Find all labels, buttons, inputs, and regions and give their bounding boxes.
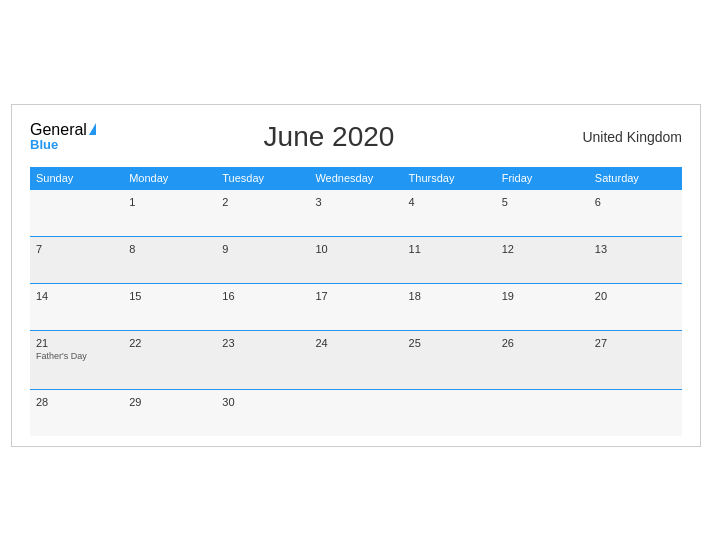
cell-date: 28 bbox=[36, 396, 48, 408]
calendar-cell: 26 bbox=[496, 330, 589, 389]
day-header-monday: Monday bbox=[123, 167, 216, 190]
calendar-body: 123456789101112131415161718192021Father'… bbox=[30, 189, 682, 436]
cell-holiday: Father's Day bbox=[36, 351, 117, 361]
cell-date: 11 bbox=[409, 243, 421, 255]
cell-date: 27 bbox=[595, 337, 607, 349]
calendar-cell: 14 bbox=[30, 283, 123, 330]
cell-date: 23 bbox=[222, 337, 234, 349]
cell-date: 26 bbox=[502, 337, 514, 349]
calendar-container: General Blue June 2020 United Kingdom Su… bbox=[11, 104, 701, 447]
cell-date: 21 bbox=[36, 337, 48, 349]
day-header-thursday: Thursday bbox=[403, 167, 496, 190]
cell-date: 1 bbox=[129, 196, 135, 208]
cell-date: 4 bbox=[409, 196, 415, 208]
calendar-cell: 29 bbox=[123, 389, 216, 436]
calendar-cell: 27 bbox=[589, 330, 682, 389]
calendar-week-row: 282930 bbox=[30, 389, 682, 436]
cell-date: 19 bbox=[502, 290, 514, 302]
cell-date: 8 bbox=[129, 243, 135, 255]
cell-date: 15 bbox=[129, 290, 141, 302]
cell-date: 10 bbox=[315, 243, 327, 255]
calendar-cell bbox=[496, 389, 589, 436]
calendar-week-row: 78910111213 bbox=[30, 236, 682, 283]
calendar-cell: 5 bbox=[496, 189, 589, 236]
cell-date: 18 bbox=[409, 290, 421, 302]
calendar-cell bbox=[30, 189, 123, 236]
days-header-row: Sunday Monday Tuesday Wednesday Thursday… bbox=[30, 167, 682, 190]
cell-date: 14 bbox=[36, 290, 48, 302]
calendar-cell: 6 bbox=[589, 189, 682, 236]
cell-date: 3 bbox=[315, 196, 321, 208]
day-header-friday: Friday bbox=[496, 167, 589, 190]
calendar-cell: 10 bbox=[309, 236, 402, 283]
calendar-cell: 18 bbox=[403, 283, 496, 330]
calendar-cell: 4 bbox=[403, 189, 496, 236]
calendar-cell: 16 bbox=[216, 283, 309, 330]
cell-date: 22 bbox=[129, 337, 141, 349]
cell-date: 7 bbox=[36, 243, 42, 255]
calendar-cell: 19 bbox=[496, 283, 589, 330]
calendar-cell: 28 bbox=[30, 389, 123, 436]
calendar-cell: 11 bbox=[403, 236, 496, 283]
calendar-cell: 21Father's Day bbox=[30, 330, 123, 389]
calendar-title: June 2020 bbox=[96, 121, 562, 153]
day-header-tuesday: Tuesday bbox=[216, 167, 309, 190]
calendar-cell bbox=[309, 389, 402, 436]
calendar-cell: 25 bbox=[403, 330, 496, 389]
logo-general: General bbox=[30, 122, 96, 138]
calendar-cell: 23 bbox=[216, 330, 309, 389]
cell-date: 13 bbox=[595, 243, 607, 255]
calendar-cell: 1 bbox=[123, 189, 216, 236]
cell-date: 16 bbox=[222, 290, 234, 302]
logo: General Blue bbox=[30, 122, 96, 151]
calendar-cell: 7 bbox=[30, 236, 123, 283]
cell-date: 17 bbox=[315, 290, 327, 302]
day-header-saturday: Saturday bbox=[589, 167, 682, 190]
calendar-cell: 22 bbox=[123, 330, 216, 389]
calendar-thead: Sunday Monday Tuesday Wednesday Thursday… bbox=[30, 167, 682, 190]
calendar-cell: 30 bbox=[216, 389, 309, 436]
calendar-cell bbox=[403, 389, 496, 436]
calendar-cell: 3 bbox=[309, 189, 402, 236]
calendar-cell: 24 bbox=[309, 330, 402, 389]
calendar-table: Sunday Monday Tuesday Wednesday Thursday… bbox=[30, 167, 682, 436]
calendar-week-row: 123456 bbox=[30, 189, 682, 236]
cell-date: 12 bbox=[502, 243, 514, 255]
calendar-cell: 15 bbox=[123, 283, 216, 330]
calendar-cell bbox=[589, 389, 682, 436]
logo-blue-text: Blue bbox=[30, 138, 96, 151]
cell-date: 25 bbox=[409, 337, 421, 349]
cell-date: 29 bbox=[129, 396, 141, 408]
calendar-cell: 12 bbox=[496, 236, 589, 283]
calendar-cell: 2 bbox=[216, 189, 309, 236]
cell-date: 24 bbox=[315, 337, 327, 349]
cell-date: 5 bbox=[502, 196, 508, 208]
calendar-week-row: 14151617181920 bbox=[30, 283, 682, 330]
cell-date: 2 bbox=[222, 196, 228, 208]
calendar-cell: 13 bbox=[589, 236, 682, 283]
calendar-cell: 20 bbox=[589, 283, 682, 330]
cell-date: 6 bbox=[595, 196, 601, 208]
cell-date: 30 bbox=[222, 396, 234, 408]
calendar-cell: 17 bbox=[309, 283, 402, 330]
day-header-sunday: Sunday bbox=[30, 167, 123, 190]
logo-triangle-icon bbox=[89, 123, 96, 135]
calendar-cell: 8 bbox=[123, 236, 216, 283]
cell-date: 20 bbox=[595, 290, 607, 302]
day-header-wednesday: Wednesday bbox=[309, 167, 402, 190]
logo-general-text: General bbox=[30, 121, 87, 138]
calendar-region: United Kingdom bbox=[562, 129, 682, 145]
calendar-cell: 9 bbox=[216, 236, 309, 283]
cell-date: 9 bbox=[222, 243, 228, 255]
calendar-header: General Blue June 2020 United Kingdom bbox=[30, 121, 682, 153]
calendar-week-row: 21Father's Day222324252627 bbox=[30, 330, 682, 389]
